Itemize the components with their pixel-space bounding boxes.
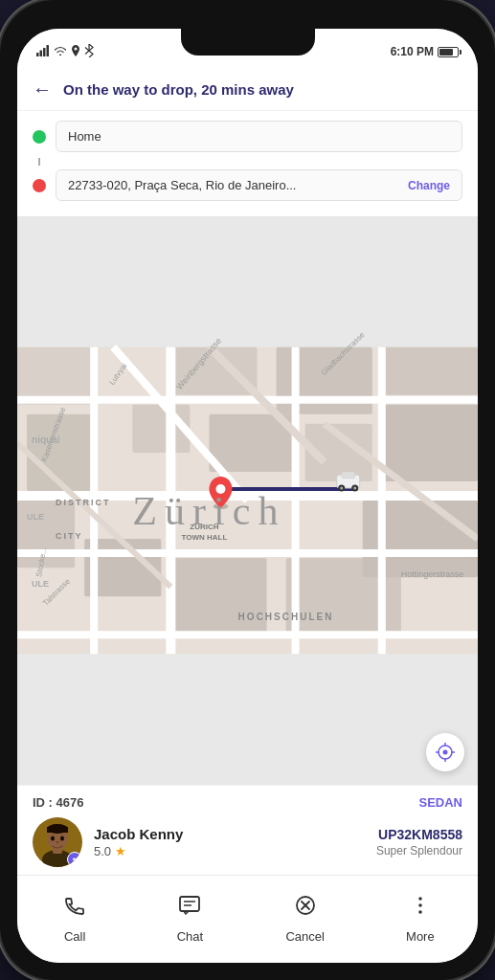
- driver-avatar: ♥: [33, 817, 82, 867]
- driver-row: ♥ Jacob Kenny 5.0 ★ UP32KM8558 Super Spl…: [33, 817, 462, 867]
- time-display: 6:10 PM: [391, 45, 434, 58]
- driver-rating: 5.0 ★: [94, 844, 365, 858]
- svg-rect-37: [342, 472, 355, 479]
- vehicle-type: SEDAN: [418, 795, 462, 810]
- destination-text: 22733-020, Praça Seca, Rio de Janeiro...: [68, 178, 296, 192]
- map-svg: Weinbergstrasse Gladbachstrasse Kasemens…: [17, 216, 478, 785]
- svg-point-81: [418, 910, 422, 914]
- svg-point-59: [443, 750, 448, 755]
- status-right: 6:10 PM: [391, 45, 459, 58]
- destination-dot: [33, 179, 46, 192]
- cancel-button[interactable]: Cancel: [272, 885, 339, 944]
- svg-point-70: [51, 836, 55, 841]
- call-label: Call: [64, 929, 85, 944]
- svg-text:ULE: ULE: [32, 579, 49, 589]
- chat-icon: [169, 885, 210, 925]
- more-icon: [400, 885, 440, 925]
- call-icon: [55, 885, 95, 925]
- vehicle-model: Super Splendour: [376, 844, 462, 858]
- svg-rect-15: [382, 405, 478, 481]
- more-label: More: [406, 929, 435, 944]
- driver-id: ID : 4676: [33, 795, 84, 810]
- location-button[interactable]: [426, 733, 464, 771]
- route-section: Home 22733-020, Praça Seca, Rio de Janei…: [17, 111, 478, 216]
- svg-rect-1: [40, 51, 43, 57]
- origin-input[interactable]: Home: [56, 121, 462, 152]
- driver-name: Jacob Kenny: [94, 826, 365, 842]
- svg-text:TOWN HALL: TOWN HALL: [181, 533, 227, 542]
- svg-point-71: [60, 836, 64, 841]
- status-left-icons: [36, 44, 94, 59]
- origin-text: Home: [68, 129, 101, 144]
- star-icon: ★: [115, 844, 126, 858]
- signal-icon: [36, 45, 50, 58]
- svg-point-41: [353, 486, 356, 489]
- svg-text:ULE: ULE: [27, 512, 44, 522]
- cancel-icon: [285, 885, 326, 925]
- svg-line-6: [85, 51, 89, 55]
- svg-text:niquai: niquai: [32, 434, 60, 445]
- svg-rect-17: [170, 558, 266, 635]
- svg-rect-2: [43, 48, 46, 56]
- svg-rect-0: [36, 53, 39, 56]
- back-button[interactable]: ←: [33, 78, 52, 100]
- change-button[interactable]: Change: [408, 179, 450, 192]
- bottom-actions: Call Chat: [17, 875, 478, 963]
- notch: [181, 29, 315, 56]
- svg-rect-14: [382, 347, 478, 395]
- rating-value: 5.0: [94, 844, 111, 858]
- phone-screen: 6:10 PM ← On the way to drop, 20 mins aw…: [17, 29, 478, 963]
- header: ← On the way to drop, 20 mins away: [17, 67, 478, 111]
- svg-text:DISTRICT: DISTRICT: [56, 498, 111, 507]
- chat-button[interactable]: Chat: [156, 885, 223, 944]
- driver-details: Jacob Kenny 5.0 ★: [94, 826, 365, 858]
- origin-dot: [33, 130, 46, 144]
- location-status-icon: [71, 45, 80, 58]
- vehicle-info: UP32KM8558 Super Splendour: [376, 827, 462, 858]
- map-container[interactable]: Weinbergstrasse Gladbachstrasse Kasemens…: [17, 216, 478, 785]
- heart-badge: ♥: [67, 852, 82, 867]
- cancel-label: Cancel: [285, 929, 324, 944]
- svg-rect-13: [277, 347, 372, 414]
- call-button[interactable]: Call: [41, 885, 108, 944]
- bluetooth-icon: [84, 44, 94, 59]
- svg-text:ZURICH: ZURICH: [190, 523, 218, 531]
- header-title: On the way to drop, 20 mins away: [63, 81, 462, 98]
- driver-section: ID : 4676 SEDAN: [17, 785, 478, 875]
- plate-number: UP32KM8558: [376, 827, 462, 842]
- destination-row: 22733-020, Praça Seca, Rio de Janeiro...…: [33, 169, 462, 201]
- chat-label: Chat: [177, 929, 203, 944]
- destination-input[interactable]: 22733-020, Praça Seca, Rio de Janeiro...…: [56, 169, 462, 201]
- svg-point-80: [418, 903, 422, 907]
- battery-icon: [438, 47, 459, 57]
- more-button[interactable]: More: [387, 885, 454, 944]
- origin-row: Home: [33, 121, 462, 152]
- svg-text:HOCHSCHULEN: HOCHSCHULEN: [238, 612, 334, 622]
- wifi-icon: [54, 46, 67, 57]
- svg-rect-69: [47, 827, 68, 833]
- svg-point-4: [75, 48, 78, 51]
- svg-text:CITY: CITY: [56, 531, 83, 541]
- phone-frame: 6:10 PM ← On the way to drop, 20 mins aw…: [0, 0, 495, 980]
- driver-id-row: ID : 4676 SEDAN: [33, 795, 462, 810]
- svg-point-79: [418, 897, 422, 901]
- svg-point-40: [340, 486, 343, 489]
- svg-point-72: [56, 841, 59, 843]
- svg-rect-73: [180, 897, 199, 911]
- svg-rect-3: [47, 45, 50, 56]
- svg-text:Hottingerstrasse: Hottingerstrasse: [401, 569, 464, 579]
